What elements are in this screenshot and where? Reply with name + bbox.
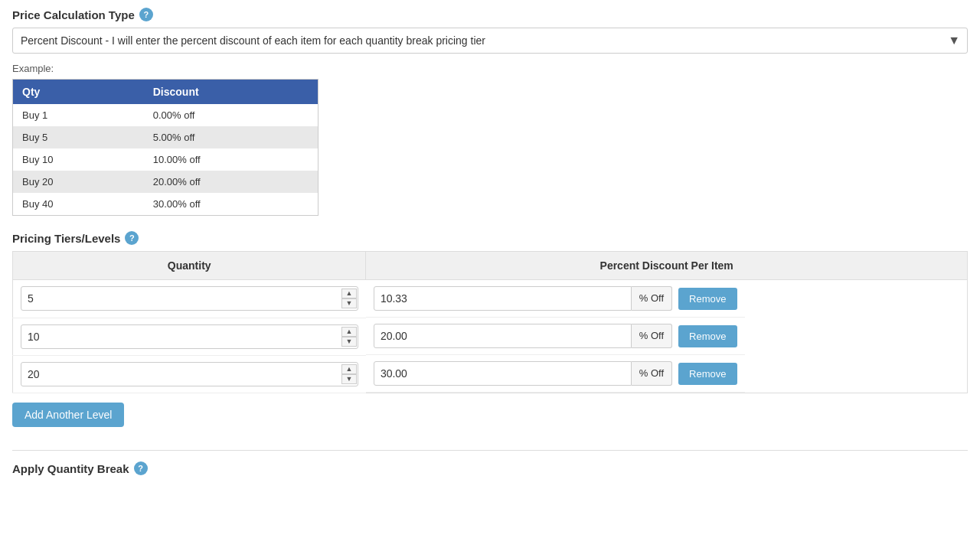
example-row: Buy 2020.00% off xyxy=(13,171,318,193)
discount-input-group: % Off xyxy=(374,361,672,386)
price-calc-section-title: Price Calculation Type ? xyxy=(12,8,968,21)
example-label: Example: xyxy=(12,63,968,74)
example-discount: 0.00% off xyxy=(144,104,318,126)
spinner-down-2[interactable]: ▼ xyxy=(341,337,357,347)
quantity-input-2[interactable] xyxy=(21,324,358,349)
example-row: Buy 1010.00% off xyxy=(13,148,318,171)
qty-input-wrapper: ▲▼ xyxy=(21,324,358,349)
spinner-buttons: ▲▼ xyxy=(341,364,357,384)
example-col-discount: Discount xyxy=(144,80,318,105)
percent-off-label-1: % Off xyxy=(632,286,672,311)
pricing-tiers-table: Quantity Percent Discount Per Item ▲▼% O… xyxy=(12,251,968,393)
remove-button-2[interactable]: Remove xyxy=(678,325,737,347)
qty-input-wrapper: ▲▼ xyxy=(21,362,358,386)
price-calc-label: Price Calculation Type xyxy=(12,8,135,21)
example-discount: 30.00% off xyxy=(144,193,318,216)
discount-input-1[interactable] xyxy=(374,286,632,311)
example-qty: Buy 10 xyxy=(13,148,144,171)
apply-qty-label: Apply Quantity Break xyxy=(12,462,129,475)
col-header-qty: Quantity xyxy=(13,252,366,280)
col-header-discount: Percent Discount Per Item xyxy=(366,252,968,280)
example-discount: 20.00% off xyxy=(144,171,318,193)
tier-qty-cell: ▲▼ xyxy=(13,355,366,393)
quantity-input-1[interactable] xyxy=(21,286,358,311)
example-row: Buy 55.00% off xyxy=(13,126,318,148)
quantity-input-3[interactable] xyxy=(21,362,358,386)
remove-button-3[interactable]: Remove xyxy=(678,363,737,385)
tier-row: ▲▼% OffRemove xyxy=(13,280,968,318)
remove-button-1[interactable]: Remove xyxy=(678,288,737,310)
tier-discount-cell: % OffRemove xyxy=(366,280,745,318)
add-another-level-button[interactable]: Add Another Level xyxy=(12,403,124,427)
pricing-tiers-section: Pricing Tiers/Levels ? Quantity Percent … xyxy=(12,231,968,442)
spinner-down-1[interactable]: ▼ xyxy=(341,298,357,308)
percent-off-label-2: % Off xyxy=(632,324,672,348)
example-discount: 10.00% off xyxy=(144,148,318,171)
price-calc-dropdown-wrapper: Percent Discount - I will enter the perc… xyxy=(12,28,968,54)
price-calc-dropdown[interactable]: Percent Discount - I will enter the perc… xyxy=(12,28,968,54)
example-table: Qty Discount Buy 10.00% offBuy 55.00% of… xyxy=(12,79,318,216)
discount-input-3[interactable] xyxy=(374,361,632,386)
apply-qty-break-title: Apply Quantity Break ? xyxy=(12,461,968,475)
tier-discount-cell: % OffRemove xyxy=(366,318,745,355)
example-qty: Buy 5 xyxy=(13,126,144,148)
discount-input-2[interactable] xyxy=(374,324,632,348)
tier-row: ▲▼% OffRemove xyxy=(13,318,968,355)
example-row: Buy 4030.00% off xyxy=(13,193,318,216)
tier-qty-cell: ▲▼ xyxy=(13,318,366,355)
qty-input-wrapper: ▲▼ xyxy=(21,286,358,311)
example-row: Buy 10.00% off xyxy=(13,104,318,126)
percent-off-label-3: % Off xyxy=(632,361,672,386)
spinner-buttons: ▲▼ xyxy=(341,289,357,308)
discount-input-group: % Off xyxy=(374,286,672,311)
spinner-up-3[interactable]: ▲ xyxy=(341,364,357,374)
section-divider xyxy=(12,450,968,451)
example-qty: Buy 20 xyxy=(13,171,144,193)
pricing-tiers-help-icon[interactable]: ? xyxy=(125,231,139,245)
pricing-tiers-title: Pricing Tiers/Levels ? xyxy=(12,231,968,245)
spinner-down-3[interactable]: ▼ xyxy=(341,374,357,384)
price-calc-help-icon[interactable]: ? xyxy=(139,8,153,21)
spinner-buttons: ▲▼ xyxy=(341,327,357,347)
example-qty: Buy 40 xyxy=(13,193,144,216)
example-discount: 5.00% off xyxy=(144,126,318,148)
pricing-tiers-label: Pricing Tiers/Levels xyxy=(12,232,120,245)
tier-discount-cell: % OffRemove xyxy=(366,355,745,393)
discount-input-group: % Off xyxy=(374,324,672,348)
apply-qty-help-icon[interactable]: ? xyxy=(134,461,148,475)
example-qty: Buy 1 xyxy=(13,104,144,126)
example-col-qty: Qty xyxy=(13,80,144,105)
spinner-up-1[interactable]: ▲ xyxy=(341,289,357,298)
tier-qty-cell: ▲▼ xyxy=(13,280,366,318)
tier-row: ▲▼% OffRemove xyxy=(13,355,968,393)
spinner-up-2[interactable]: ▲ xyxy=(341,327,357,337)
